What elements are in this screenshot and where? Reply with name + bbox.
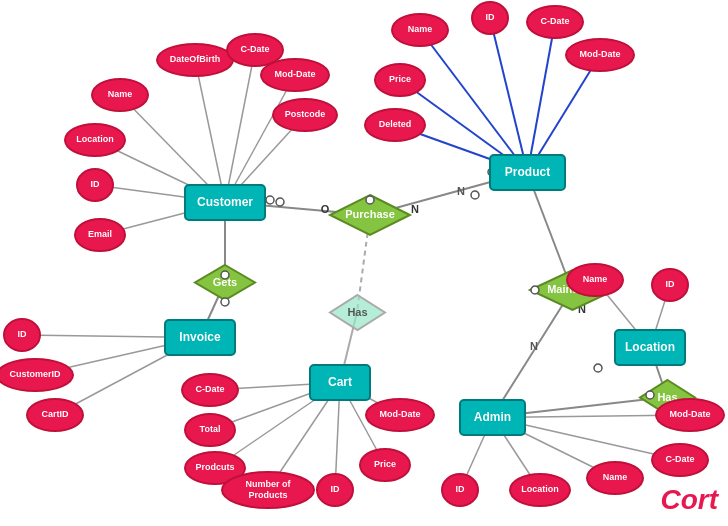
watermark: Cort bbox=[660, 484, 718, 516]
er-diagram bbox=[0, 0, 728, 526]
